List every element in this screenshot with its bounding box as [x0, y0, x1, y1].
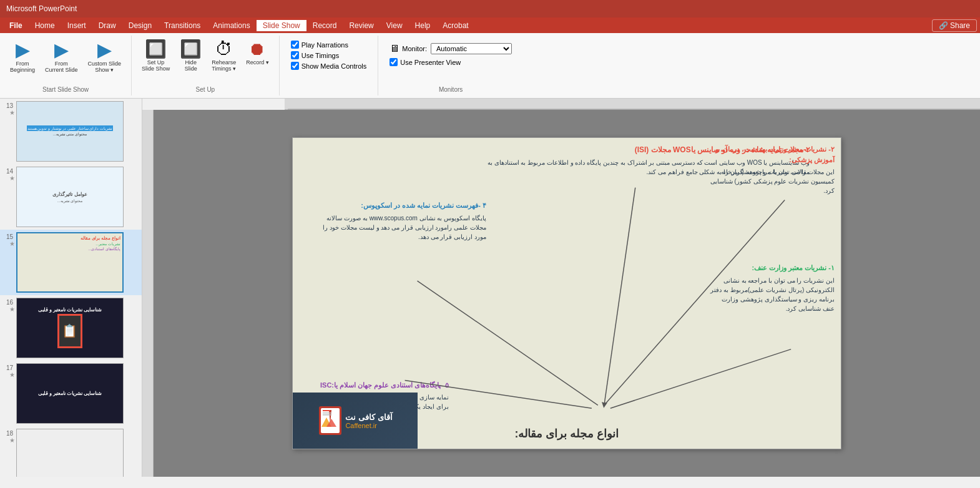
- slide-thumb-16[interactable]: 16 ★ شناسایی نشریات نامعتبر و قلبی 📋: [0, 295, 142, 361]
- ribbon-group-checkboxes: Play Narrations Use Timings Show Media C…: [280, 36, 379, 95]
- title-bar-text: Microsoft PowerPoint: [6, 4, 77, 13]
- menu-acrobat[interactable]: Acrobat: [436, 20, 474, 31]
- timer-icon: ⏱: [215, 41, 233, 58]
- slide-img-14: عوامل تاثیرگذاری محتوای نشریه...: [16, 167, 124, 227]
- menu-help[interactable]: Help: [409, 20, 437, 31]
- show-media-controls-checkbox[interactable]: [291, 62, 299, 70]
- title-bar: Microsoft PowerPoint: [0, 0, 980, 17]
- slide-panel[interactable]: 13 ★ نشریات دارای ساختار علمی در نوشتار …: [0, 99, 142, 477]
- slide-num-16: 16: [1, 298, 15, 306]
- svg-rect-9: [323, 410, 330, 411]
- slide-img-18: [16, 429, 124, 477]
- slide-thumb-15[interactable]: 15 ★ انواع مجله برای مقاله نشریات معتبر.…: [0, 230, 142, 295]
- play-narrations-checkbox-label[interactable]: Play Narrations: [291, 41, 367, 49]
- ruler-vertical: [142, 110, 154, 477]
- from-beginning-button[interactable]: ▶ FromBeginning: [6, 38, 39, 76]
- start-slideshow-group-label: Start Slide Show: [42, 86, 89, 93]
- presenter-view-checkbox-label[interactable]: Use Presenter View: [390, 58, 512, 66]
- menu-file[interactable]: File: [3, 20, 29, 31]
- custom-label: Custom SlideShow ▾: [88, 61, 122, 73]
- ministry-health-block: ۲- نشریات معتبر وزارت بهداشت، درمان، و آ…: [710, 144, 835, 195]
- menu-view[interactable]: View: [380, 20, 409, 31]
- slide-num-13: 13: [1, 101, 15, 109]
- slide-canvas: انواع مجله برای مقاله: ۲-مجلات تمایه شده…: [292, 137, 841, 449]
- ruler-horizontal: [285, 99, 980, 110]
- slide-num-14: 14: [1, 167, 15, 175]
- slide-num-15: 15: [1, 232, 15, 240]
- menu-home[interactable]: Home: [29, 20, 61, 31]
- play-current-icon: ▶: [54, 41, 69, 59]
- menu-record[interactable]: Record: [306, 20, 343, 31]
- menu-animations[interactable]: Animations: [207, 20, 256, 31]
- show-media-controls-label: Show Media Controls: [301, 62, 367, 70]
- menu-slideshow[interactable]: Slide Show: [257, 20, 306, 31]
- ministry-science-block: ۱- نشریات معتبر وزارت عنف: این نشریات را…: [710, 263, 835, 313]
- slide-img-17: شناسایی نشریات نامعتبر و قلبی: [16, 363, 124, 424]
- watermark-logo: آقای کافی نت Caffenet.ir: [293, 393, 418, 449]
- slide-star-15: ★: [9, 240, 15, 247]
- slide-num-17: 17: [1, 363, 15, 371]
- use-timings-label: Use Timings: [301, 52, 340, 59]
- ribbon-group-setup: 🔲 Set UpSlide Show 🔲 HideSlide ⏱ Rehears…: [132, 36, 280, 95]
- share-button[interactable]: 🔗 Share: [932, 19, 977, 32]
- play-icon: ▶: [16, 41, 30, 59]
- rehearse-timings-button[interactable]: ⏱ RehearseTimings ▾: [208, 38, 240, 74]
- monitor-section: 🖥 Monitor: Automatic Primary Monitor Use…: [385, 38, 517, 71]
- show-media-controls-checkbox-label[interactable]: Show Media Controls: [291, 62, 367, 70]
- watermark-text: آقای کافی نت Caffenet.ir: [345, 412, 392, 429]
- hide-slide-button[interactable]: 🔲 HideSlide: [176, 38, 205, 74]
- monitor-select[interactable]: Automatic Primary Monitor: [431, 43, 512, 54]
- from-current-button[interactable]: ▶ FromCurrent Slide: [41, 38, 82, 76]
- presenter-view-label: Use Presenter View: [400, 59, 461, 66]
- svg-line-1: [604, 188, 635, 406]
- canvas-with-ruler: انواع مجله برای مقاله: ۲-مجلات تمایه شده…: [142, 110, 980, 477]
- custom-icon: ▶: [97, 41, 112, 59]
- slide-thumb-13[interactable]: 13 ★ نشریات دارای ساختار علمی در نوشتار …: [0, 99, 142, 164]
- use-timings-checkbox-label[interactable]: Use Timings: [291, 51, 367, 59]
- checkbox-group: Play Narrations Use Timings Show Media C…: [286, 38, 372, 72]
- slide-img-16: شناسایی نشریات نامعتبر و قلبی 📋: [16, 298, 124, 358]
- slide-star-18: ★: [9, 437, 15, 444]
- record-button[interactable]: ⏺ Record ▾: [242, 38, 273, 68]
- slide-star-16: ★: [9, 306, 15, 313]
- setup-icon: 🔲: [145, 41, 167, 58]
- slide-thumb-17[interactable]: 17 ★ شناسایی نشریات نامعتبر و قلبی: [0, 361, 142, 426]
- canvas-area: انواع مجله برای مقاله: ۲-مجلات تمایه شده…: [154, 110, 980, 477]
- slide-star-17: ★: [9, 371, 15, 378]
- setup-group-label: Set Up: [196, 86, 215, 93]
- play-narrations-label: Play Narrations: [301, 41, 348, 49]
- menu-insert[interactable]: Insert: [61, 20, 92, 31]
- slide-star-13: ★: [9, 109, 15, 116]
- menu-bar: File Home Insert Draw Design Transitions…: [0, 17, 980, 33]
- slide-content: انواع مجله برای مقاله: ۲-مجلات تمایه شده…: [293, 138, 841, 449]
- menu-design[interactable]: Design: [122, 20, 158, 31]
- slide-star-14: ★: [9, 175, 15, 182]
- ribbon-group-start-slideshow: ▶ FromBeginning ▶ FromCurrent Slide ▶ Cu…: [0, 36, 132, 95]
- ruler-h-svg: [288, 99, 980, 110]
- book-icon: [318, 405, 343, 436]
- svg-line-4: [610, 349, 791, 409]
- slide-img-15: انواع مجله برای مقاله نشریات معتبر... پا…: [16, 232, 124, 293]
- slide-img-13: نشریات دارای ساختار علمی در نوشتار و تدو…: [16, 101, 124, 162]
- monitors-group-label: Monitors: [439, 86, 463, 93]
- use-timings-checkbox[interactable]: [291, 51, 299, 59]
- slide-num-18: 18: [1, 429, 15, 437]
- presenter-view-checkbox[interactable]: [390, 58, 398, 66]
- slide-thumb-18[interactable]: 18 ★: [0, 426, 142, 477]
- ribbon: ▶ FromBeginning ▶ FromCurrent Slide ▶ Cu…: [0, 33, 980, 99]
- main-area: 13 ★ نشریات دارای ساختار علمی در نوشتار …: [0, 99, 980, 477]
- scopus-block: ۴ -فهرست نشریات نمایه شده در اسکوپوس: پا…: [311, 200, 486, 242]
- setup-slideshow-button[interactable]: 🔲 Set UpSlide Show: [138, 38, 174, 74]
- custom-slideshow-button[interactable]: ▶ Custom SlideShow ▾: [84, 38, 125, 76]
- svg-rect-10: [323, 412, 331, 414]
- ribbon-group-monitors: 🖥 Monitor: Automatic Primary Monitor Use…: [378, 36, 523, 95]
- svg-rect-11: [323, 414, 331, 416]
- editor-area: انواع مجله برای مقاله: ۲-مجلات تمایه شده…: [142, 99, 980, 477]
- menu-transitions[interactable]: Transitions: [158, 20, 207, 31]
- menu-review[interactable]: Review: [343, 20, 380, 31]
- slide-title: انواع مجله برای مقاله:: [515, 426, 619, 442]
- menu-draw[interactable]: Draw: [92, 20, 122, 31]
- slide-thumb-14[interactable]: 14 ★ عوامل تاثیرگذاری محتوای نشریه...: [0, 164, 142, 230]
- from-beginning-label: FromBeginning: [10, 61, 35, 73]
- play-narrations-checkbox[interactable]: [291, 41, 299, 49]
